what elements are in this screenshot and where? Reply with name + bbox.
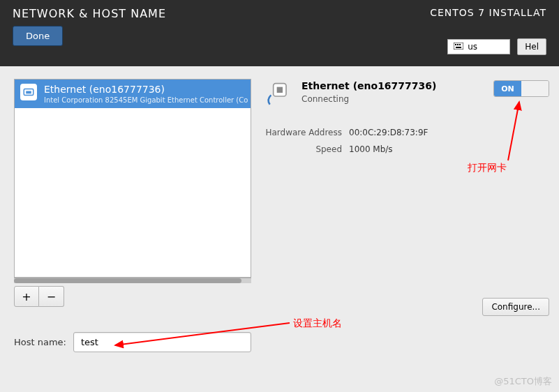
svg-rect-0 <box>454 43 463 50</box>
nic-listbox[interactable]: Ethernet (eno16777736) Intel Corporation… <box>14 79 251 278</box>
network-toggle[interactable]: ON <box>493 80 549 97</box>
speed-label: Speed <box>265 144 349 154</box>
svg-rect-3 <box>459 44 461 45</box>
watermark: @51CTO博客 <box>494 375 552 388</box>
add-interface-button[interactable]: + <box>14 286 39 307</box>
keyboard-icon <box>454 42 463 52</box>
svg-rect-8 <box>277 87 283 93</box>
svg-rect-1 <box>455 44 456 45</box>
hostname-label: Host name: <box>14 337 66 347</box>
hw-address-value: 00:0C:29:D8:73:9F <box>349 128 428 137</box>
svg-rect-6 <box>26 91 31 94</box>
nic-title: Ethernet (eno16777736) <box>44 84 248 95</box>
help-button[interactable]: Hel <box>517 38 546 55</box>
svg-rect-4 <box>456 47 461 48</box>
hostname-input[interactable] <box>73 332 251 352</box>
svg-rect-2 <box>457 44 459 45</box>
ethernet-plug-icon <box>265 79 293 107</box>
remove-interface-button[interactable]: − <box>39 286 64 307</box>
ethernet-icon <box>20 84 37 100</box>
keyboard-label: us <box>468 42 477 52</box>
detail-status: Connecting <box>301 94 436 104</box>
toggle-off-label <box>521 81 549 96</box>
nic-item[interactable]: Ethernet (eno16777736) Intel Corporation… <box>15 80 251 108</box>
configure-button[interactable]: Configure... <box>482 298 549 316</box>
header-bar: NETWORK & HOST NAME Done CENTOS 7 INSTAL… <box>0 0 559 66</box>
keyboard-selector[interactable]: us <box>447 39 510 54</box>
scrollbar[interactable] <box>14 278 251 283</box>
detail-title: Ethernet (eno16777736) <box>301 80 436 91</box>
nic-subtitle: Intel Corporation 82545EM Gigabit Ethern… <box>44 96 248 104</box>
hw-address-label: Hardware Address <box>265 128 349 137</box>
product-label: CENTOS 7 INSTALLAT <box>430 7 546 18</box>
speed-value: 1000 Mb/s <box>349 144 393 154</box>
done-button[interactable]: Done <box>13 26 63 46</box>
toggle-on-label: ON <box>494 81 521 96</box>
